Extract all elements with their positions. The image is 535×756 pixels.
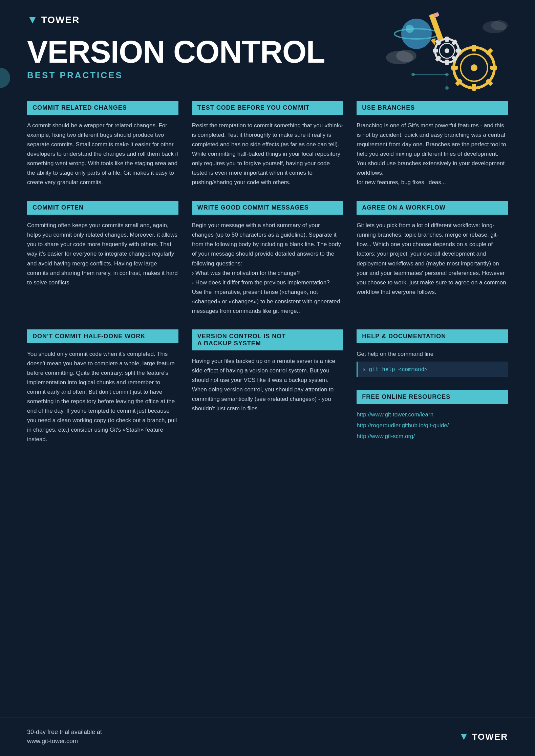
right-panel: HELP & DOCUMENTATION Get help on the com… xyxy=(357,329,508,443)
resource-link-3[interactable]: http://www.git-scm.org/ xyxy=(357,432,508,441)
svg-point-13 xyxy=(445,48,449,53)
svg-rect-4 xyxy=(472,84,476,91)
resource-link-2[interactable]: http://rogerdudler.github.io/git-guide/ xyxy=(357,421,508,430)
section-header-commit-related: COMMIT RELATED CHANGES xyxy=(27,101,178,115)
svg-point-31 xyxy=(491,20,508,30)
svg-rect-3 xyxy=(472,45,476,51)
svg-point-29 xyxy=(396,50,416,62)
svg-point-24 xyxy=(406,25,414,33)
section-header-agree-workflow: AGREE ON A WORKFLOW xyxy=(357,201,508,215)
section-not-backup: VERSION CONTROL IS NOTA BACKUP SYSTEM Ha… xyxy=(192,329,343,413)
section-test-code: TEST CODE BEFORE YOU COMMIT Resist the t… xyxy=(192,101,343,187)
section-body-write-good: Begin your message with a short summary … xyxy=(192,221,343,316)
section-dont-commit: DON'T COMMIT HALF-DONE WORK You should o… xyxy=(27,329,178,444)
section-body-commit-related: A commit should be a wrapper for related… xyxy=(27,121,178,187)
section-free-resources: FREE ONLINE RESOURCES http://www.git-tow… xyxy=(357,390,508,442)
svg-rect-6 xyxy=(490,66,497,70)
section-body-help-docs: Get help on the command line $ git help … xyxy=(357,349,508,377)
svg-point-35 xyxy=(445,73,449,76)
header-illustration xyxy=(379,7,508,101)
section-body-test-code: Resist the temptation to commit somethin… xyxy=(192,121,343,187)
section-header-use-branches: USE BRANCHES xyxy=(357,101,508,115)
svg-point-22 xyxy=(401,19,432,49)
svg-rect-15 xyxy=(445,60,449,65)
section-header-write-good: WRITE GOOD COMMIT MESSAGES xyxy=(192,201,343,215)
section-body-commit-often: Committing often keeps your commits smal… xyxy=(27,221,178,287)
section-header-test-code: TEST CODE BEFORE YOU COMMIT xyxy=(192,101,343,115)
svg-point-36 xyxy=(445,86,449,90)
footer-logo-icon: ▼ xyxy=(459,731,469,742)
svg-rect-14 xyxy=(445,37,449,42)
footer-line1: 30-day free trial available at xyxy=(27,728,102,737)
section-body-free-resources: http://www.git-tower.com/learn http://ro… xyxy=(357,410,508,441)
section-commit-often: COMMIT OFTEN Committing often keeps your… xyxy=(27,201,178,316)
section-header-free-resources: FREE ONLINE RESOURCES xyxy=(357,390,508,404)
section-write-good: WRITE GOOD COMMIT MESSAGES Begin your me… xyxy=(192,201,343,316)
section-header-help-docs: HELP & DOCUMENTATION xyxy=(357,329,508,343)
section-help-docs: HELP & DOCUMENTATION Get help on the com… xyxy=(357,329,508,380)
footer: 30-day free trial available at www.git-t… xyxy=(0,717,535,756)
svg-point-34 xyxy=(411,73,415,76)
section-body-not-backup: Having your files backed up on a remote … xyxy=(192,357,343,413)
svg-rect-5 xyxy=(451,66,458,70)
svg-rect-17 xyxy=(456,49,461,52)
section-body-use-branches: Branching is one of Git's most powerful … xyxy=(357,121,508,187)
footer-line2: www.git-tower.com xyxy=(27,737,102,746)
section-use-branches: USE BRANCHES Branching is one of Git's m… xyxy=(357,101,508,187)
help-body-text: Get help on the command line xyxy=(357,351,433,357)
footer-logo: ▼ TOWER xyxy=(459,731,508,742)
help-command: $ git help <command> xyxy=(357,362,508,377)
logo-icon: ▼ xyxy=(27,14,38,26)
logo-text: TOWER xyxy=(41,15,80,25)
section-header-dont-commit: DON'T COMMIT HALF-DONE WORK xyxy=(27,329,178,343)
section-header-commit-often: COMMIT OFTEN xyxy=(27,201,178,215)
svg-rect-10 xyxy=(486,48,493,56)
section-agree-workflow: AGREE ON A WORKFLOW Git lets you pick fr… xyxy=(357,201,508,316)
svg-rect-16 xyxy=(433,49,438,52)
section-body-agree-workflow: Git lets you pick from a lot of differen… xyxy=(357,221,508,297)
section-body-dont-commit: You should only commit code when it's co… xyxy=(27,349,178,444)
resource-link-1[interactable]: http://www.git-tower.com/learn xyxy=(357,410,508,419)
section-header-not-backup: VERSION CONTROL IS NOTA BACKUP SYSTEM xyxy=(192,329,343,350)
footer-logo-text: TOWER xyxy=(472,732,508,742)
section-commit-related: COMMIT RELATED CHANGES A commit should b… xyxy=(27,101,178,187)
footer-text: 30-day free trial available at www.git-t… xyxy=(27,728,102,746)
svg-point-2 xyxy=(471,64,477,71)
